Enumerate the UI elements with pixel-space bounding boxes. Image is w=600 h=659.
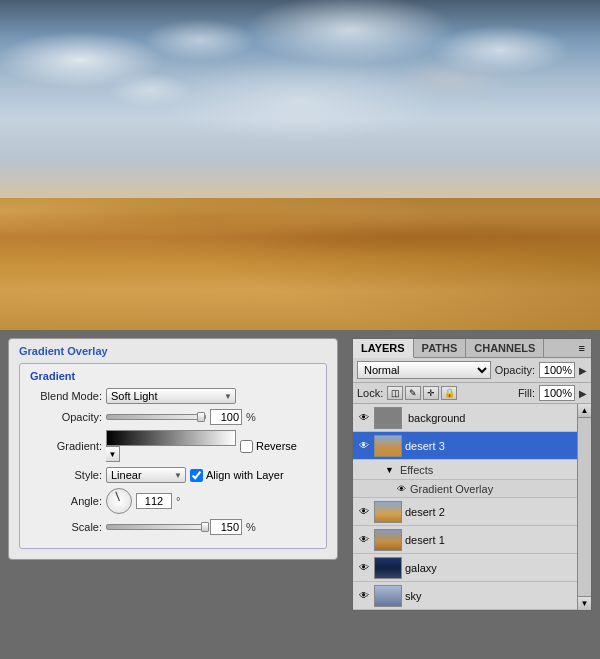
layer-row-desert3[interactable]: 👁 desert 3 fx: [353, 432, 591, 460]
layer-name-desert3: desert 3: [405, 440, 573, 452]
reverse-checkbox[interactable]: [240, 440, 253, 453]
gradient-overlay-name: Gradient Overlay: [410, 483, 493, 495]
eye-icon-desert3[interactable]: 👁: [357, 439, 371, 453]
angle-dial[interactable]: [106, 488, 132, 514]
scale-slider-thumb[interactable]: [201, 522, 209, 532]
eye-icon-sky[interactable]: 👁: [357, 589, 371, 603]
scale-percent: %: [246, 521, 256, 533]
eye-icon-background[interactable]: 👁: [357, 411, 371, 425]
layers-panel: LAYERS PATHS CHANNELS ≡ Normal Soft Ligh…: [352, 338, 592, 611]
fill-input[interactable]: [539, 385, 575, 401]
layer-thumbnail-desert1: [374, 529, 402, 551]
lock-transparent-btn[interactable]: ◫: [387, 386, 403, 400]
eye-icon-galaxy[interactable]: 👁: [357, 561, 371, 575]
fill-arrow[interactable]: ▶: [579, 388, 587, 399]
gradient-overlay-eye[interactable]: 👁: [397, 484, 406, 494]
angle-input[interactable]: 112: [136, 493, 172, 509]
reverse-label: Reverse: [256, 440, 297, 452]
panel-lock-row: Lock: ◫ ✎ ✛ 🔒 Fill: ▶: [353, 383, 591, 404]
layer-name-sky: sky: [405, 590, 587, 602]
opacity-slider-thumb[interactable]: [197, 412, 205, 422]
layer-name-background: background: [408, 412, 587, 424]
style-select[interactable]: Linear Radial Angle: [106, 467, 186, 483]
tab-layers[interactable]: LAYERS: [353, 339, 414, 358]
layer-row-desert1[interactable]: 👁 desert 1: [353, 526, 591, 554]
layer-blend-mode-select[interactable]: Normal Soft Light: [357, 361, 491, 379]
opacity-percent: %: [246, 411, 256, 423]
effects-label: Effects: [400, 464, 433, 476]
layer-row-desert2[interactable]: 👁 desert 2: [353, 498, 591, 526]
effects-toggle-icon[interactable]: ▼: [385, 465, 394, 475]
lock-paint-btn[interactable]: ✎: [405, 386, 421, 400]
layer-opacity-input[interactable]: [539, 362, 575, 378]
panel-blend-controls: Normal Soft Light Opacity: ▶: [353, 358, 591, 383]
scale-label: Scale:: [30, 521, 102, 533]
layer-opacity-label: Opacity:: [495, 364, 535, 376]
gradient-label: Gradient:: [30, 440, 102, 452]
effect-item-gradient-overlay[interactable]: 👁 Gradient Overlay: [353, 480, 591, 498]
layer-thumbnail-background: [374, 407, 402, 429]
tab-paths[interactable]: PATHS: [414, 339, 467, 357]
layer-opacity-arrow[interactable]: ▶: [579, 365, 587, 376]
panel-menu-button[interactable]: ≡: [573, 339, 591, 357]
style-label: Style:: [30, 469, 102, 481]
dialog-title: Gradient Overlay: [19, 345, 327, 357]
blend-mode-select[interactable]: Soft Light Normal Overlay: [106, 388, 236, 404]
scrollbar-up-btn[interactable]: ▲: [578, 404, 591, 418]
blend-mode-label: Blend Mode:: [30, 390, 102, 402]
opacity-label: Opacity:: [30, 411, 102, 423]
fill-label: Fill:: [518, 387, 535, 399]
layer-row-background[interactable]: 👁 background: [353, 404, 591, 432]
opacity-input[interactable]: 100: [210, 409, 242, 425]
lock-label: Lock:: [357, 387, 383, 399]
layer-name-desert2: desert 2: [405, 506, 587, 518]
gradient-dropdown-btn[interactable]: ▼: [106, 446, 120, 462]
layer-name-desert1: desert 1: [405, 534, 587, 546]
scale-slider[interactable]: [106, 524, 206, 530]
layer-name-galaxy: galaxy: [405, 562, 587, 574]
scrollbar-down-btn[interactable]: ▼: [578, 596, 591, 610]
layer-row-sky[interactable]: 👁 sky: [353, 582, 591, 610]
effects-row-desert3: ▼ Effects: [353, 460, 591, 480]
eye-icon-desert1[interactable]: 👁: [357, 533, 371, 547]
align-with-layer-label: Align with Layer: [206, 469, 284, 481]
tab-channels[interactable]: CHANNELS: [466, 339, 544, 357]
gradient-bar[interactable]: [106, 430, 236, 446]
lock-all-btn[interactable]: 🔒: [441, 386, 457, 400]
degree-symbol: °: [176, 495, 180, 507]
layer-thumbnail-sky: [374, 585, 402, 607]
lock-move-btn[interactable]: ✛: [423, 386, 439, 400]
gradient-overlay-dialog: Gradient Overlay Gradient Blend Mode: So…: [8, 338, 338, 560]
eye-icon-desert2[interactable]: 👁: [357, 505, 371, 519]
angle-needle: [115, 492, 120, 502]
layer-row-galaxy[interactable]: 👁 galaxy: [353, 554, 591, 582]
layer-thumbnail-desert2: [374, 501, 402, 523]
panel-tabs: LAYERS PATHS CHANNELS ≡: [353, 339, 591, 358]
scale-input[interactable]: 150: [210, 519, 242, 535]
layer-thumbnail-desert3: [374, 435, 402, 457]
align-with-layer-checkbox[interactable]: [190, 469, 203, 482]
dialog-section-title: Gradient: [30, 370, 316, 382]
layer-thumbnail-galaxy: [374, 557, 402, 579]
opacity-slider[interactable]: [106, 414, 206, 420]
layers-scrollbar[interactable]: ▲ ▼: [577, 404, 591, 610]
photo-canvas: [0, 0, 600, 330]
angle-label: Angle:: [30, 495, 102, 507]
layers-list: 👁 background 👁 desert 3 fx ▼ Effects 👁 G…: [353, 404, 591, 610]
